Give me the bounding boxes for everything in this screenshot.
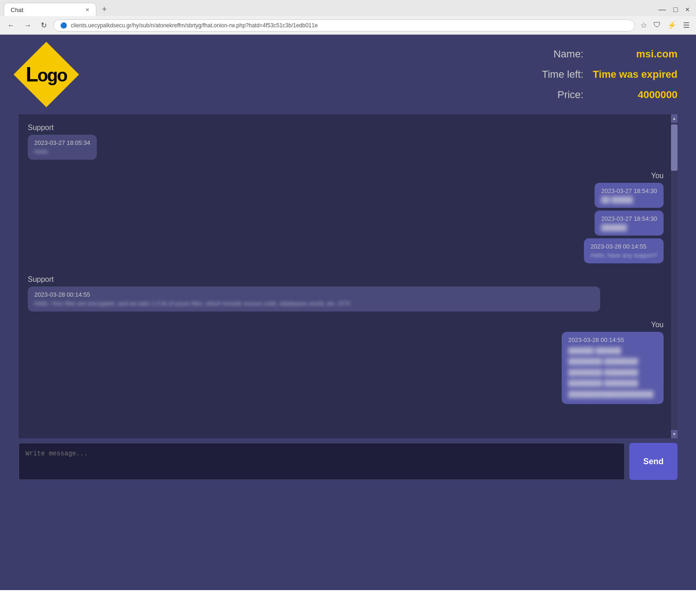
message-group-you-1: You 2023-03-27 18:54:30 ██ █████. 2023-0… xyxy=(28,172,664,266)
refresh-button[interactable]: ↻ xyxy=(38,19,50,31)
send-button[interactable]: Send xyxy=(629,443,677,480)
logo-container: Logo xyxy=(19,47,74,102)
chat-input-area: Send xyxy=(19,443,677,480)
nav-icons: ☆ 🛡 ⚡ ☰ xyxy=(639,19,691,31)
extension-icon[interactable]: ⚡ xyxy=(665,19,678,31)
message-group-you-2: You 2023-03-28 00:14:55 ██████ ██████ ██… xyxy=(28,321,664,407)
browser-chrome: Chat × + — □ × ← → ↻ 🔵 clients.uecypalkd… xyxy=(0,0,696,35)
scroll-up-arrow[interactable]: ▲ xyxy=(671,114,677,123)
price-label: Price: xyxy=(542,85,583,105)
message-time-1: 2023-03-27 18:05:34 xyxy=(34,139,90,146)
tab-bar: Chat × + — □ × xyxy=(0,0,696,16)
message-time-5: 2023-03-28 00:14:55 xyxy=(34,291,594,298)
message-text-3: ██████ xyxy=(601,224,657,231)
header-info: Name: Time left: Price: msi.com Time was… xyxy=(74,44,677,105)
sender-label-you-1: You xyxy=(651,172,664,180)
maximize-button[interactable]: □ xyxy=(671,4,681,16)
scrollbar-track[interactable]: ▲ ▼ xyxy=(671,114,677,438)
new-tab-button[interactable]: + xyxy=(98,3,111,16)
address-text: clients.uecypalkdsecu.gr/hy/sub/n/atonek… xyxy=(71,22,628,29)
time-value: Time was expired xyxy=(593,64,677,85)
tab-label: Chat xyxy=(11,6,23,13)
sender-label-support-2: Support xyxy=(28,275,664,284)
message-time-4: 2023-03-28 00:14:55 xyxy=(590,243,657,250)
message-time-6: 2023-03-28 00:14:55 xyxy=(568,336,657,343)
forward-button[interactable]: → xyxy=(21,19,34,31)
message-time-3: 2023-03-27 18:54:30 xyxy=(601,215,657,222)
shield-icon[interactable]: 🛡 xyxy=(652,19,663,31)
time-label: Time left: xyxy=(542,64,583,85)
message-text-4: Hello, have any support? xyxy=(590,252,657,259)
message-bubble-support-2: 2023-03-28 00:14:55 Hello. Your files ar… xyxy=(28,286,600,311)
message-input[interactable] xyxy=(19,443,625,480)
address-bar[interactable]: 🔵 clients.uecypalkdsecu.gr/hy/sub/n/aton… xyxy=(53,19,635,31)
header-values: msi.com Time was expired 4000000 xyxy=(593,44,677,105)
message-text-1: Hello xyxy=(34,148,90,155)
message-text-5: Hello. Your files are encrypted, and we … xyxy=(34,300,594,307)
price-value: 4000000 xyxy=(593,85,677,105)
message-bubble-you-3: 2023-03-28 00:14:55 Hello, have any supp… xyxy=(584,238,664,263)
back-button[interactable]: ← xyxy=(5,19,18,31)
name-value: msi.com xyxy=(593,44,677,64)
message-bubble-you-4: 2023-03-28 00:14:55 ██████ ██████ ██████… xyxy=(562,332,664,404)
name-label: Name: xyxy=(542,44,583,64)
page-header: Logo Name: Time left: Price: msi.com Tim… xyxy=(0,35,696,114)
address-icon: 🔵 xyxy=(60,22,67,29)
bookmark-icon[interactable]: ☆ xyxy=(639,19,649,31)
message-group-support-2: Support 2023-03-28 00:14:55 Hello. Your … xyxy=(28,275,664,311)
menu-icon[interactable]: ☰ xyxy=(681,19,691,31)
message-bubble-you-1: 2023-03-27 18:54:30 ██ █████. xyxy=(595,183,664,208)
message-text-2: ██ █████. xyxy=(601,196,657,203)
chat-container: ▲ ▼ Support 2023-03-27 18:05:34 Hello Yo… xyxy=(19,114,677,438)
chat-messages-area: ▲ ▼ Support 2023-03-27 18:05:34 Hello Yo… xyxy=(19,114,677,438)
minimize-button[interactable]: — xyxy=(656,4,669,16)
header-labels: Name: Time left: Price: xyxy=(542,44,583,105)
message-group-1: Support 2023-03-27 18:05:34 Hello xyxy=(28,124,664,162)
message-text-6: ██████ ██████ ████████ ████████ ████████… xyxy=(568,345,657,399)
message-time-2: 2023-03-27 18:54:30 xyxy=(601,187,657,194)
page-content: Logo Name: Time left: Price: msi.com Tim… xyxy=(0,35,696,590)
sender-label-you-2: You xyxy=(651,321,664,329)
message-bubble-you-2: 2023-03-27 18:54:30 ██████ xyxy=(595,211,664,236)
scrollbar-thumb[interactable] xyxy=(671,124,677,171)
sender-label-support-1: Support xyxy=(28,124,664,132)
nav-bar: ← → ↻ 🔵 clients.uecypalkdsecu.gr/hy/sub/… xyxy=(0,16,696,34)
scroll-down-arrow[interactable]: ▼ xyxy=(671,430,677,438)
active-tab[interactable]: Chat × xyxy=(4,3,96,16)
logo-text: Logo xyxy=(26,63,67,86)
close-window-button[interactable]: × xyxy=(683,4,692,16)
tab-close-button[interactable]: × xyxy=(86,6,89,13)
message-bubble-support-1: 2023-03-27 18:05:34 Hello xyxy=(28,135,97,160)
